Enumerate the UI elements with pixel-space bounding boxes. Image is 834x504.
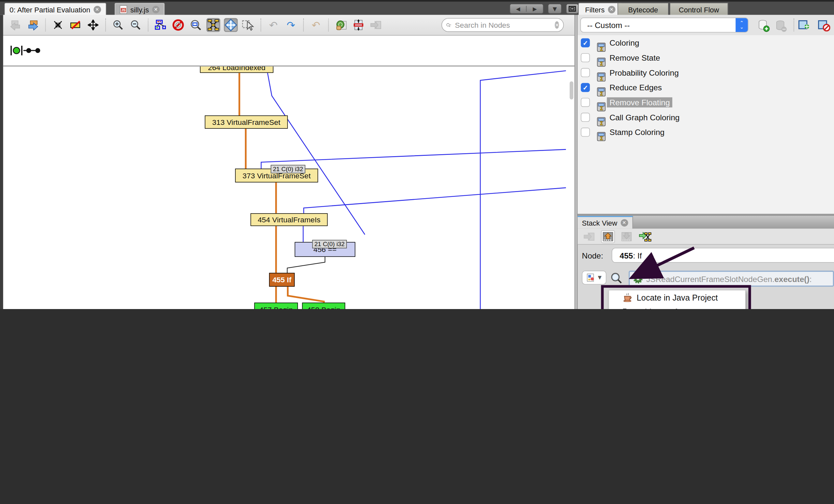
filter-checkbox[interactable] — [581, 68, 590, 77]
toolbar-separator — [45, 19, 46, 31]
filter-checkbox[interactable] — [581, 128, 590, 137]
search-input[interactable] — [454, 20, 552, 30]
filter-item-reduce-edges[interactable]: ✓ΣReduce Edges — [578, 80, 834, 95]
right-panel: -- Custom -- ⌃⌄ ✓ΣColoringΣRemove StateΣ… — [578, 15, 834, 309]
sources-folder-icon — [623, 308, 632, 309]
redo-button[interactable]: ↷ — [284, 18, 298, 31]
tab-silly-js[interactable]: JS silly.js ✕ — [114, 3, 165, 16]
undo-button[interactable]: ↶ — [266, 18, 280, 31]
tab-control-flow[interactable]: Control Flow — [670, 3, 728, 16]
delete-profile-icon[interactable] — [774, 19, 787, 32]
menu-item-locate-in-java-project[interactable]: Locate in Java Project — [609, 290, 745, 305]
filter-script-icon: Σ — [597, 132, 606, 141]
prev-graph-button[interactable] — [8, 18, 22, 31]
clear-search-icon[interactable]: ✕ — [555, 21, 559, 29]
filter-item-probability-coloring[interactable]: ΣProbability Coloring — [578, 65, 834, 80]
show-whole-graph-button[interactable] — [206, 18, 220, 31]
filter-item-remove-state[interactable]: ΣRemove State — [578, 50, 834, 65]
search-source-icon[interactable] — [611, 272, 622, 284]
maximize-button[interactable] — [566, 4, 579, 14]
graph-node-454[interactable]: 454 VirtualFrameIs — [250, 213, 328, 226]
filter-item-call-graph-coloring[interactable]: ΣCall Graph Coloring — [578, 110, 834, 125]
menu-item-add-root-of-sources[interactable]: Add root of sources — [609, 305, 745, 309]
save-profile-icon[interactable] — [758, 19, 770, 32]
tab-bytecode[interactable]: Bytecode — [617, 3, 669, 16]
filter-checkbox[interactable] — [581, 112, 590, 122]
import-button[interactable] — [369, 18, 383, 31]
filter-item-label: Remove State — [610, 53, 660, 62]
filter-item-coloring[interactable]: ✓ΣColoring — [578, 35, 834, 50]
orange-edge — [288, 287, 324, 303]
zoom-in-button[interactable] — [111, 18, 125, 31]
graph-node-457[interactable]: 457 Begin — [254, 303, 298, 309]
filter-list: ✓ΣColoringΣRemove StateΣProbability Colo… — [578, 35, 834, 214]
export-graph-button[interactable] — [334, 18, 348, 31]
method-field[interactable]: JSReadCurrentFrameSlotNodeGen.execute(): — [629, 270, 834, 287]
filter-item-stamp-coloring[interactable]: ΣStamp Coloring — [578, 125, 834, 139]
hide-duplicates-button[interactable] — [171, 18, 185, 31]
stack-source-combo[interactable]: ▼ — [582, 270, 607, 284]
filter-item-remove-floating[interactable]: ΣRemove Floating — [578, 94, 834, 110]
tab-filters[interactable]: Filters ✕ — [578, 3, 622, 16]
vertical-scrollbar-thumb[interactable] — [570, 82, 573, 100]
filter-checkbox[interactable] — [581, 97, 590, 107]
filter-checkbox[interactable] — [581, 53, 590, 62]
chevron-down-icon: ▼ — [598, 275, 601, 280]
shrink-nodes-button[interactable] — [51, 18, 65, 31]
remove-filter-icon[interactable] — [817, 19, 830, 32]
next-graph-icon[interactable]: ▶ — [527, 6, 543, 12]
tab-list-dropdown-button[interactable]: ▼ — [548, 4, 562, 14]
filter-item-label: Probability Coloring — [610, 68, 679, 77]
prev-graph-icon[interactable]: ◀ — [510, 6, 527, 12]
toolbar-separator — [261, 19, 261, 31]
close-icon[interactable]: ✕ — [152, 6, 160, 13]
hierarchy-layout-button[interactable] — [154, 18, 167, 31]
hierarchy-icon — [155, 20, 167, 30]
graph-node-458[interactable]: 458 Begin — [302, 303, 345, 309]
zoom-to-fit-button[interactable] — [189, 18, 202, 31]
search-in-nodes-box[interactable]: ✕ — [441, 18, 564, 31]
filter-profile-select[interactable]: -- Custom -- ⌃⌄ — [580, 18, 749, 32]
zoom-in-icon — [113, 20, 124, 30]
extract-to-graph-button[interactable] — [638, 230, 652, 243]
close-icon[interactable]: ✕ — [608, 6, 615, 13]
toolbar-separator — [303, 19, 304, 31]
node-field[interactable]: 455: If — [612, 248, 834, 263]
next-graph-button[interactable] — [26, 18, 40, 31]
import-frame-button[interactable] — [582, 230, 596, 243]
graph-canvas[interactable]: 264 LoadIndexed313 VirtualFrameSet373 Vi… — [3, 66, 574, 309]
extract-nodes-button[interactable] — [68, 18, 82, 31]
igv-window: 0: After Partial Evaluation ✕ JS silly.j… — [0, 0, 834, 309]
zoom-out-button[interactable] — [129, 18, 142, 31]
undo-selection-button[interactable]: ↶ — [309, 18, 323, 31]
filter-checkbox[interactable]: ✓ — [581, 83, 590, 92]
graph-node-455[interactable]: 455 If — [269, 273, 294, 287]
prev-next-graph-buttons[interactable]: ◀▶ — [510, 4, 544, 14]
tab-graph[interactable]: 0: After Partial Evaluation ✕ — [4, 3, 106, 16]
graph-node-264[interactable]: 264 LoadIndexed — [200, 66, 273, 73]
pane-splitter[interactable] — [574, 15, 578, 309]
filter-checkbox[interactable]: ✓ — [581, 38, 590, 47]
menu-item-label: Locate in Java Project — [637, 293, 718, 302]
cut-rectangle-icon — [70, 20, 82, 30]
tab-stack-view[interactable]: Stack View ✕ — [578, 216, 633, 228]
close-icon[interactable]: ✕ — [93, 6, 101, 13]
node-value-chip: 21 C(0) i32 — [270, 165, 305, 173]
close-icon[interactable]: ✕ — [620, 219, 628, 226]
selection-cursor-icon — [242, 19, 255, 31]
new-filter-icon[interactable] — [798, 19, 811, 32]
select-mode-button[interactable] — [242, 18, 255, 31]
go-down-stack-button[interactable] — [620, 230, 634, 243]
expand-diff-button[interactable] — [351, 18, 365, 31]
stack-view-tab-bar: Stack View ✕ — [578, 216, 834, 228]
stack-view-tab-label: Stack View — [582, 219, 617, 226]
toolbar-separator — [794, 19, 794, 31]
graph-state-icon[interactable] — [9, 45, 43, 57]
bytecode-tab-label: Bytecode — [628, 5, 658, 13]
blue-edge — [304, 188, 566, 213]
graph-node-313[interactable]: 313 VirtualFrameSet — [205, 115, 288, 129]
expand-nodes-button[interactable] — [86, 18, 100, 31]
pan-mode-button[interactable] — [224, 18, 238, 31]
black-edge — [287, 257, 325, 273]
go-up-stack-button[interactable] — [601, 230, 615, 243]
